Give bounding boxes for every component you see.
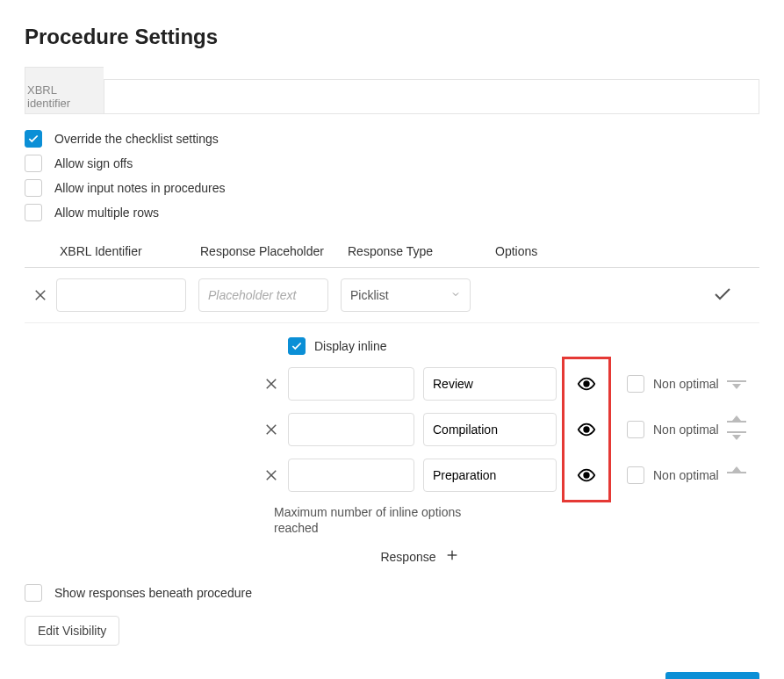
column-header-xbrl: XBRL Identifier [25, 244, 200, 258]
remove-option-button[interactable] [25, 376, 288, 392]
save-button[interactable]: SAVE [665, 672, 759, 679]
option-reorder-handle[interactable] [726, 472, 747, 479]
non-optimal-label: Non optimal [653, 423, 719, 437]
option-code-input[interactable] [288, 459, 414, 492]
non-optimal-label: Non optimal [653, 468, 719, 482]
row-placeholder-input[interactable] [198, 278, 328, 312]
allow-multiple-rows-label: Allow multiple rows [54, 206, 159, 220]
option-label-input[interactable] [423, 459, 557, 492]
override-checklist-label: Override the checklist settings [54, 132, 219, 146]
option-visibility-button[interactable] [565, 374, 608, 394]
display-inline-checkbox[interactable] [288, 337, 306, 355]
svg-point-7 [584, 427, 589, 432]
show-beneath-checkbox[interactable] [25, 584, 42, 602]
allow-input-notes-label: Allow input notes in procedures [54, 181, 226, 195]
max-options-note: Maximum number of inline options reached [274, 504, 467, 536]
xbrl-identifier-input[interactable] [104, 79, 759, 114]
override-checklist-checkbox[interactable] [25, 130, 42, 148]
cancel-button[interactable]: CANCEL [572, 674, 639, 679]
confirm-response-button[interactable] [712, 284, 733, 307]
xbrl-identifier-label: XBRL identifier [25, 67, 104, 114]
row-type-selected: Picklist [350, 288, 389, 302]
non-optimal-label: Non optimal [653, 377, 719, 391]
option-label-input[interactable] [423, 413, 557, 446]
add-response-label: Response [380, 550, 435, 564]
page-title: Procedure Settings [25, 25, 759, 49]
display-inline-label: Display inline [314, 339, 386, 353]
option-visibility-button[interactable] [565, 420, 608, 439]
remove-option-button[interactable] [25, 467, 288, 483]
option-code-input[interactable] [288, 367, 414, 401]
allow-signoffs-checkbox[interactable] [25, 155, 42, 172]
plus-icon [445, 548, 459, 565]
option-code-input[interactable] [288, 413, 414, 446]
option-reorder-handle[interactable] [726, 380, 747, 387]
allow-multiple-rows-checkbox[interactable] [25, 204, 42, 221]
edit-visibility-button[interactable]: Edit Visibility [25, 616, 119, 646]
chevron-down-icon [450, 288, 461, 302]
show-beneath-label: Show responses beneath procedure [54, 586, 252, 600]
allow-input-notes-checkbox[interactable] [25, 179, 42, 197]
svg-point-10 [584, 473, 589, 478]
non-optimal-checkbox[interactable] [627, 375, 644, 393]
eye-icon [577, 466, 596, 485]
option-visibility-button[interactable] [565, 466, 608, 485]
row-type-select[interactable]: Picklist [341, 278, 471, 312]
svg-point-4 [584, 381, 589, 386]
remove-option-button[interactable] [25, 422, 288, 437]
non-optimal-checkbox[interactable] [627, 466, 644, 484]
option-label-input[interactable] [423, 367, 557, 401]
eye-icon [577, 374, 596, 394]
option-reorder-handle[interactable] [726, 421, 747, 438]
non-optimal-checkbox[interactable] [627, 421, 644, 438]
row-xbrl-input[interactable] [56, 278, 186, 312]
column-header-placeholder: Response Placeholder [200, 244, 348, 258]
remove-response-button[interactable] [25, 287, 56, 303]
allow-signoffs-label: Allow sign offs [54, 156, 133, 170]
eye-icon [577, 420, 596, 439]
column-header-options: Options [495, 244, 759, 258]
add-response-button[interactable]: Response [200, 548, 639, 565]
column-header-type: Response Type [348, 244, 495, 258]
